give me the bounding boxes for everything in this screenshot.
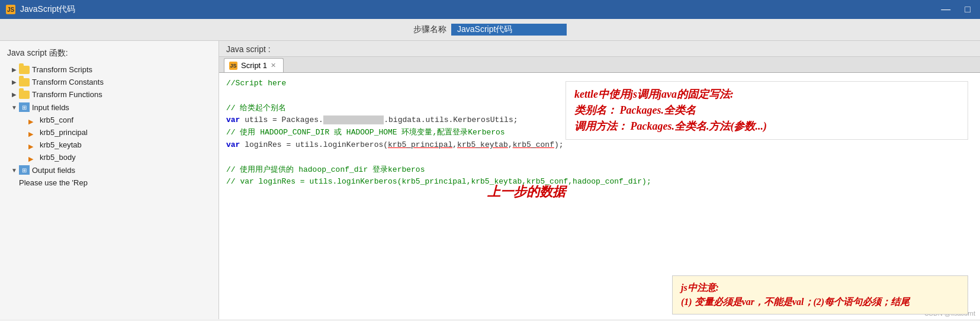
annotation-text-1-line1: kettle中使用js调用java的固定写法: <box>574 86 959 102</box>
main-content: Java script 函数: ▶ Transform Scripts ▶ Tr… <box>0 41 980 319</box>
arrow-transform-constants: ▶ <box>9 79 19 85</box>
field-icon-krb5-principal <box>28 129 37 136</box>
tree-label-krb5-keytab: krb5_keytab <box>40 140 82 149</box>
tree-label-output-note: Please use the 'Rep <box>19 178 88 187</box>
script-tab-1[interactable]: JS Script 1 ✕ <box>224 58 284 72</box>
folder-icon-transform-scripts <box>19 66 30 74</box>
right-panel: Java script : JS Script 1 ✕ //Script her… <box>219 41 980 319</box>
maximize-button[interactable]: □ <box>961 4 974 15</box>
folder-icon-transform-constants <box>19 78 30 86</box>
field-icon-krb5-keytab <box>28 142 37 149</box>
tree-label-krb5-principal: krb5_principal <box>40 128 88 137</box>
output-fields-icon <box>19 165 30 175</box>
tree-item-krb5-principal[interactable]: krb5_principal <box>0 126 219 139</box>
field-icon-krb5-body <box>28 154 37 161</box>
script-tab-label: Script 1 <box>241 61 267 70</box>
code-line-blank2 <box>226 152 973 164</box>
annotation-text-1-line2: 类别名： Packages.全类名 <box>574 102 959 118</box>
tree-label-transform-scripts: Transform Scripts <box>32 65 92 74</box>
script-tab-icon: JS <box>229 62 237 70</box>
annotation-box2-line2: (1) 变量必须是var，不能是val；(2)每个语句必须；结尾 <box>681 295 959 309</box>
tree-label-transform-functions: Transform Functions <box>32 90 102 99</box>
left-panel-title: Java script 函数: <box>0 46 219 63</box>
field-icon-krb5-conf <box>28 117 37 124</box>
arrow-transform-functions: ▶ <box>9 91 19 98</box>
step-name-input[interactable] <box>451 24 567 36</box>
tree-label-krb5-conf: krb5_conf <box>40 115 73 124</box>
window-title: JavaScript代码 <box>20 4 75 15</box>
step-name-row: 步骤名称 <box>0 19 980 41</box>
input-fields-icon <box>19 102 30 112</box>
title-controls: — □ <box>937 4 974 15</box>
annotation-side: 上一步的数据 <box>487 183 565 201</box>
minimize-button[interactable]: — <box>937 4 954 15</box>
annotation-box-2: js中注意: (1) 变量必须是var，不能是val；(2)每个语句必须；结尾 <box>672 275 968 314</box>
tree-label-transform-constants: Transform Constants <box>32 78 104 86</box>
tree-item-input-fields[interactable]: ▼ Input fields <box>0 101 219 114</box>
step-name-label: 步骤名称 <box>413 24 446 35</box>
tree-item-transform-functions[interactable]: ▶ Transform Functions <box>0 88 219 101</box>
tree-label-output-fields: Output fields <box>32 166 75 175</box>
tree-item-output-note: Please use the 'Rep <box>0 176 219 189</box>
tree-item-output-fields[interactable]: ▼ Output fields <box>0 163 219 176</box>
tree-label-input-fields: Input fields <box>32 103 69 112</box>
script-tab-close[interactable]: ✕ <box>271 62 276 69</box>
annotation-text-1-line3: 调用方法： Packages.全类名.方法(参数...) <box>574 118 959 134</box>
arrow-transform-scripts: ▶ <box>9 66 19 73</box>
app-icon: JS <box>6 5 15 14</box>
tree-item-transform-scripts[interactable]: ▶ Transform Scripts <box>0 63 219 76</box>
folder-icon-transform-functions <box>19 91 30 99</box>
left-panel: Java script 函数: ▶ Transform Scripts ▶ Tr… <box>0 41 219 319</box>
arrow-output-fields: ▼ <box>9 167 19 174</box>
code-line-6: var loginRes = utils.loginKerberos(krb5_… <box>226 139 973 152</box>
tree-item-transform-constants[interactable]: ▶ Transform Constants <box>0 76 219 88</box>
annotation-box-1: kettle中使用js调用java的固定写法: 类别名： Packages.全类… <box>565 81 968 140</box>
code-line-9: // var loginRes = utils.loginKerberos(kr… <box>226 176 973 188</box>
title-bar: JS JavaScript代码 — □ <box>0 0 980 19</box>
tabs-bar: JS Script 1 ✕ <box>219 57 980 73</box>
arrow-input-fields: ▼ <box>9 104 19 111</box>
tree-label-krb5-body: krb5_body <box>40 153 76 162</box>
code-line-8: // 使用用户提供的 hadoop_conf_dir 登录kerberos <box>226 164 973 176</box>
tree-item-krb5-conf[interactable]: krb5_conf <box>0 114 219 126</box>
tree-item-krb5-keytab[interactable]: krb5_keytab <box>0 139 219 151</box>
annotation-box2-line1: js中注意: <box>681 281 959 295</box>
title-bar-left: JS JavaScript代码 <box>6 4 75 15</box>
tree-item-krb5-body[interactable]: krb5_body <box>0 151 219 163</box>
right-panel-title: Java script : <box>219 41 980 57</box>
